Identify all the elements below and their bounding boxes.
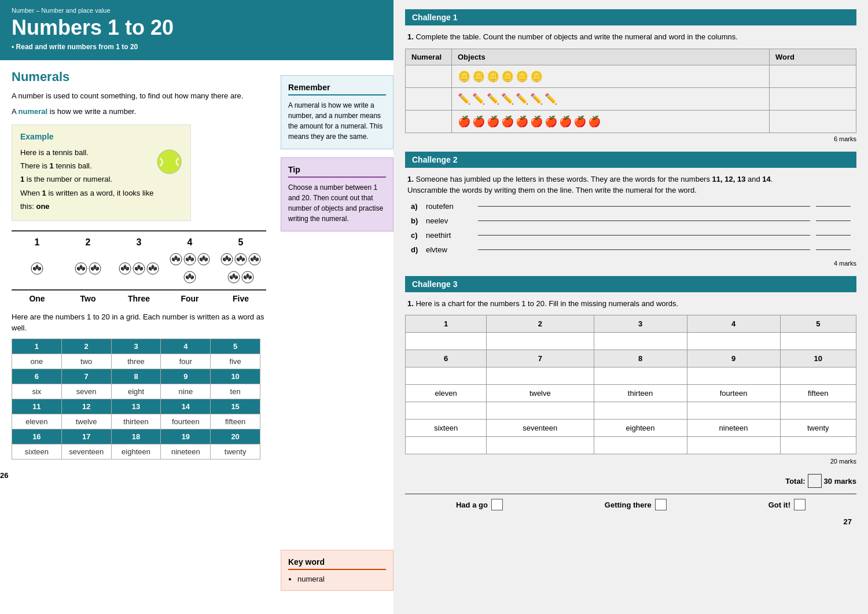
table-row	[406, 402, 856, 420]
grid-num-11[interactable]	[406, 402, 487, 420]
grid-cell: 7	[61, 369, 111, 384]
grid-word-twenty: twenty	[780, 420, 856, 437]
grid-num-14[interactable]	[687, 402, 780, 420]
soccer-ball-icon	[119, 262, 131, 275]
grid-cell: one	[12, 354, 62, 369]
grid-num-3: 3	[594, 315, 687, 333]
word-cell-1[interactable]	[770, 65, 856, 87]
grid-word-twelve: twelve	[487, 385, 594, 402]
grid-cell: 20	[211, 429, 260, 444]
numeral-line-c[interactable]	[816, 235, 851, 236]
word-cell-3[interactable]	[770, 110, 856, 133]
example-box: Example Here is a tennis ball. There is …	[12, 124, 191, 221]
grid-num-1: 1	[406, 315, 487, 333]
answer-line-b[interactable]	[478, 220, 810, 221]
soccer-ball-icon	[248, 253, 261, 266]
grid-word-3[interactable]	[594, 333, 687, 350]
grid-word-2[interactable]	[487, 333, 594, 350]
answer-line-d[interactable]	[478, 249, 810, 250]
grid-cell: 2	[61, 339, 111, 354]
table-row: eleven twelve thirteen fourteen fifteen	[12, 414, 260, 429]
objects-row-coins: 🪙 🪙 🪙 🪙 🪙 🪙	[458, 70, 763, 83]
grid-word-8[interactable]	[594, 367, 687, 385]
table-row: 6 7 8 9 10	[406, 350, 856, 367]
soccer-ball-icon	[220, 253, 233, 266]
challenge2-marks: 4 marks	[405, 260, 856, 267]
apple-icon: 🍎	[501, 115, 514, 128]
grid-word-6[interactable]	[406, 367, 487, 385]
challenge-1-section: Challenge 1 1. Complete the table. Count…	[405, 9, 856, 142]
grid-cell: seven	[61, 384, 111, 399]
remember-box: Remember A numeral is how we write a num…	[281, 75, 393, 149]
grid-word-eleven: eleven	[406, 385, 487, 402]
grid-cell: 6	[12, 369, 62, 384]
challenge-3-section: Challenge 3 1. Here is a chart for the n…	[405, 276, 856, 465]
tip-box: Tip Choose a number between 1 and 20. Th…	[281, 157, 393, 231]
grid-num-13[interactable]	[594, 402, 687, 420]
answer-line-a[interactable]	[478, 206, 810, 207]
answer-line-c[interactable]	[478, 235, 810, 236]
word-cell-2[interactable]	[770, 87, 856, 110]
grid-cell: 5	[211, 339, 260, 354]
numeral-cell[interactable]	[406, 87, 452, 110]
remember-title: Remember	[288, 83, 386, 95]
objects-cell-3: 🍎 🍎 🍎 🍎 🍎 🍎 🍎 🍎 🍎 🍎	[452, 110, 770, 133]
grid-num-12[interactable]	[487, 402, 594, 420]
grid-cell: thirteen	[111, 414, 161, 429]
grid-num-10: 10	[780, 350, 856, 367]
footer-getting-there: Getting there	[605, 499, 667, 510]
apple-icon: 🍎	[458, 115, 470, 128]
example-content: Here is a tennis ball. There is 1 tennis…	[20, 146, 182, 214]
challenge-2-section: Challenge 2 1. Someone has jumbled up th…	[405, 152, 856, 267]
soccer-ball-icon	[183, 253, 196, 266]
grid-word-seventeen: seventeen	[487, 420, 594, 437]
grid-cell: seventeen	[61, 444, 111, 459]
example-line4: When 1 is written as a word, it looks li…	[20, 186, 156, 214]
grid-cell: fifteen	[211, 414, 260, 429]
soccer-ball-icon	[75, 262, 87, 275]
table-row: 1 2 3 4 5	[406, 315, 856, 333]
keyword-title: Key word	[288, 557, 386, 570]
grid-num-16[interactable]	[406, 437, 487, 454]
words-row: One Two Three Four Five	[12, 294, 266, 303]
balls-4	[164, 251, 215, 286]
grid-word-9[interactable]	[687, 367, 780, 385]
footer-got-it: Got it!	[768, 499, 806, 510]
grid-num-18[interactable]	[594, 437, 687, 454]
grid-word-4[interactable]	[687, 333, 780, 350]
coin-icon: 🪙	[516, 70, 528, 83]
numeral-cell[interactable]	[406, 65, 452, 87]
grid-num-15[interactable]	[780, 402, 856, 420]
grid-num-6: 6	[406, 350, 487, 367]
grid-word-7[interactable]	[487, 367, 594, 385]
pencil-icon: ✏️	[458, 93, 470, 105]
had-a-go-checkbox[interactable]	[491, 499, 503, 510]
grid-num-20[interactable]	[780, 437, 856, 454]
numeral-cell[interactable]	[406, 110, 452, 133]
total-box[interactable]	[808, 474, 822, 488]
grid-word-10[interactable]	[780, 367, 856, 385]
learning-objective: Read and write numbers from 1 to 20	[12, 43, 382, 51]
getting-there-checkbox[interactable]	[655, 499, 667, 510]
challenge-2-question: 1. Someone has jumbled up the letters in…	[405, 174, 856, 196]
challenge1-table: Numeral Objects Word 🪙 🪙 🪙 �	[405, 49, 856, 133]
grid-num-17[interactable]	[487, 437, 594, 454]
numeral-line-a[interactable]	[816, 206, 851, 207]
soccer-ball-icon	[170, 253, 182, 266]
numeral-line-d[interactable]	[816, 249, 851, 250]
grid-cell: five	[211, 354, 260, 369]
tip-title: Tip	[288, 165, 386, 178]
got-it-checkbox[interactable]	[794, 499, 806, 510]
grid-word-1[interactable]	[406, 333, 487, 350]
grid-word-5[interactable]	[780, 333, 856, 350]
apple-icon: 🍎	[573, 115, 586, 128]
anagram-item-b: b) neelev	[411, 216, 851, 225]
numeral-line-b[interactable]	[816, 220, 851, 221]
table-row: one two three four five	[12, 354, 260, 369]
grid-cell: 18	[111, 429, 161, 444]
grid-cell: 9	[161, 369, 211, 384]
grid-cell: fourteen	[161, 414, 211, 429]
grid-cell: eighteen	[111, 444, 161, 459]
grid-num-19[interactable]	[687, 437, 780, 454]
col-header-numeral: Numeral	[406, 49, 452, 65]
